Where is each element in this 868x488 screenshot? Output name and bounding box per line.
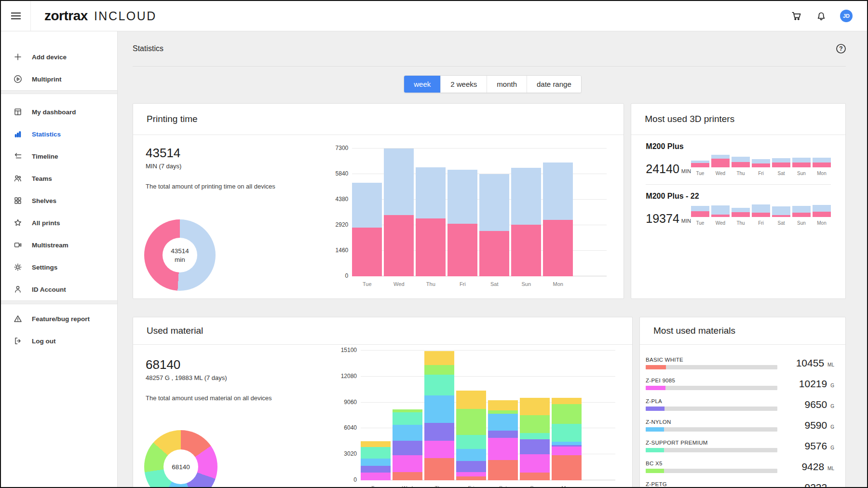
bar-sun bbox=[511, 168, 541, 276]
mini-bar-segment bbox=[732, 212, 750, 217]
teams-icon bbox=[14, 174, 22, 183]
avatar[interactable]: JD bbox=[840, 10, 853, 22]
y-axis-tick: 7300 bbox=[336, 145, 349, 151]
warning-icon bbox=[14, 314, 22, 323]
help-icon[interactable]: ? bbox=[835, 43, 847, 54]
brand-product: INCLOUD bbox=[94, 9, 157, 23]
material-usage-bar bbox=[646, 469, 777, 473]
bar-segment-basic-white bbox=[456, 476, 486, 480]
sidebar-item-label: ID Account bbox=[32, 286, 66, 293]
used-material-title: Used material bbox=[133, 317, 632, 345]
used-material-card: Used material 68140 48257 G , 19883 ML (… bbox=[133, 317, 633, 487]
printer-value: 19374 bbox=[646, 212, 679, 226]
mini-chart-day-label: Fri bbox=[758, 171, 764, 176]
x-axis-label: Mon bbox=[552, 485, 582, 487]
bar-segment-z-pei-9085 bbox=[361, 473, 391, 480]
mini-chart-day-label: Sun bbox=[797, 171, 806, 176]
material-value: 10455 bbox=[796, 357, 824, 369]
bar-segment-segment-top bbox=[384, 149, 414, 215]
bar-segment-basic-white bbox=[488, 460, 518, 480]
material-value: 9428 bbox=[801, 461, 824, 473]
sidebar-item-log-out[interactable]: Log out bbox=[1, 330, 117, 352]
y-axis-tick: 1460 bbox=[336, 247, 349, 254]
mini-bar-segment bbox=[691, 211, 709, 217]
material-row-z-pei-9085: Z-PEI 908510219G bbox=[646, 373, 834, 394]
cart-icon[interactable] bbox=[791, 10, 802, 22]
printer-mini-chart: TueWedThuFriSatSunMon bbox=[691, 155, 831, 176]
sidebar-item-feature-bug-report[interactable]: Feature/bug report bbox=[1, 308, 117, 330]
printing-time-card: Printing time 43514 MIN (7 days) The tot… bbox=[133, 103, 624, 299]
tab-2-weeks[interactable]: 2 weeks bbox=[440, 76, 487, 93]
sidebar-item-id-account[interactable]: ID Account bbox=[1, 278, 117, 300]
gear-icon bbox=[14, 263, 22, 271]
sidebar-item-teams[interactable]: Teams bbox=[1, 167, 117, 190]
mini-bar-segment bbox=[711, 159, 730, 167]
mini-bar-segment bbox=[752, 163, 770, 167]
sidebar-item-multistream[interactable]: Multistream bbox=[1, 234, 117, 256]
material-usage-bar-fill bbox=[646, 469, 664, 473]
mini-bar-segment bbox=[792, 213, 811, 217]
tab-date-range[interactable]: date range bbox=[527, 76, 581, 93]
material-row-z-petg: Z-PETG9222G bbox=[646, 477, 834, 487]
material-description: The total amount used material on all de… bbox=[146, 394, 295, 403]
x-axis-label: Thu bbox=[424, 485, 454, 487]
sidebar-item-shelves[interactable]: Shelves bbox=[1, 190, 117, 212]
material-name: Z-PETG bbox=[646, 481, 777, 487]
most-used-printers-title: Most used 3D printers bbox=[631, 104, 845, 135]
bar-segment-z-nylon bbox=[424, 395, 454, 423]
sidebar-item-settings[interactable]: Settings bbox=[1, 256, 117, 278]
bar-segment-basic-white bbox=[393, 472, 422, 480]
y-axis-tick: 5840 bbox=[336, 170, 349, 177]
y-axis-tick: 15100 bbox=[341, 347, 357, 353]
tab-month[interactable]: month bbox=[487, 76, 527, 93]
material-usage-bar-fill bbox=[646, 407, 665, 411]
bar-segment-segment-bottom bbox=[543, 220, 573, 276]
mini-bar-segment bbox=[813, 158, 831, 163]
bar-segment-segment-top bbox=[352, 183, 382, 228]
material-usage-bar bbox=[646, 407, 777, 411]
printing-unit-line: MIN (7 days) bbox=[146, 163, 295, 170]
material-unit: ML bbox=[827, 362, 834, 367]
main-content: Statistics ? week2 weeksmonthdate range … bbox=[118, 31, 867, 487]
sidebar-item-add-device[interactable]: Add device bbox=[1, 46, 117, 68]
material-value: 9576 bbox=[805, 440, 827, 452]
x-axis-label: Sat bbox=[479, 281, 509, 287]
bar-segment-z-nylon bbox=[361, 459, 391, 466]
sidebar-item-label: Statistics bbox=[32, 131, 61, 138]
sidebar-item-multiprint[interactable]: Multiprint bbox=[1, 68, 117, 90]
bar-wed bbox=[384, 149, 414, 276]
sidebar-item-all-prints[interactable]: All prints bbox=[1, 212, 117, 234]
material-name: Z-PEI 9085 bbox=[646, 378, 777, 383]
y-axis-tick: 3020 bbox=[344, 450, 357, 457]
bar-segment-z-pei-9085 bbox=[520, 454, 550, 472]
bar-segment-z-pei-9085 bbox=[456, 472, 486, 476]
material-usage-bar bbox=[646, 427, 777, 432]
gridline: 15100 bbox=[361, 350, 615, 351]
material-unit-line: 48257 G , 19883 ML (7 days) bbox=[146, 374, 295, 381]
sidebar-item-statistics[interactable]: Statistics bbox=[1, 123, 117, 145]
sidebar-item-label: Teams bbox=[32, 175, 52, 182]
y-axis-tick: 0 bbox=[353, 476, 357, 483]
mini-bar-segment bbox=[813, 205, 831, 212]
bar-segment-z-nylon bbox=[456, 449, 486, 461]
menu-toggle-button[interactable] bbox=[1, 1, 31, 31]
mini-chart-day-label: Sun bbox=[797, 220, 806, 226]
bar-segment-z-petg bbox=[488, 400, 518, 410]
bar-segment-z-pla bbox=[488, 431, 518, 438]
material-row-basic-white: BASIC WHITE10455ML bbox=[646, 352, 834, 373]
sidebar-item-timeline[interactable]: Timeline bbox=[1, 145, 117, 167]
mini-bar-segment bbox=[711, 155, 730, 159]
hamburger-icon bbox=[11, 11, 21, 21]
printer-name: M200 Plus - 22 bbox=[646, 192, 831, 201]
y-axis-tick: 4380 bbox=[336, 196, 349, 203]
bar-segment-z-petg bbox=[520, 398, 550, 415]
bell-icon[interactable] bbox=[815, 10, 827, 22]
sidebar-item-label: Add device bbox=[32, 54, 67, 61]
tab-week[interactable]: week bbox=[404, 75, 441, 93]
bar-segment-segment-bottom bbox=[479, 231, 509, 276]
material-unit: G bbox=[830, 383, 834, 388]
sidebar-item-my-dashboard[interactable]: My dashboard bbox=[1, 101, 117, 123]
printer-name: M200 Plus bbox=[646, 142, 831, 151]
bar-segment-bc-x5 bbox=[552, 404, 582, 424]
person-icon bbox=[14, 285, 22, 294]
